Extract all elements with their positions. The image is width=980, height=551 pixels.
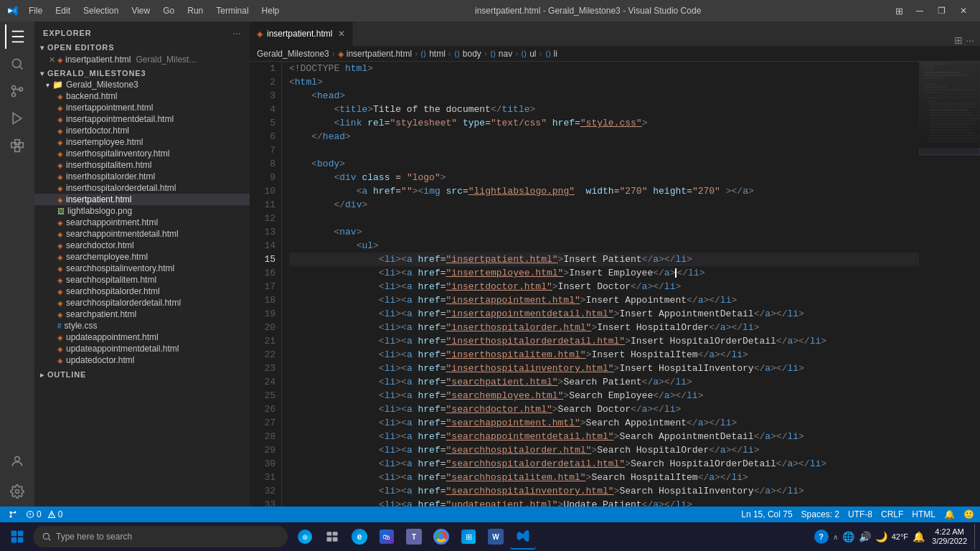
tree-item[interactable]: ◈inserthospitalitem.html — [34, 159, 250, 171]
menu-edit[interactable]: Edit — [50, 4, 76, 17]
code-line: <a href=""><img src="lightlabslogo.png" … — [289, 184, 919, 198]
minimize-button[interactable]: ─ — [910, 4, 929, 18]
tree-item[interactable]: ◈searchappointment.html — [34, 217, 250, 228]
encoding[interactable]: UTF-8 — [848, 509, 872, 519]
menu-view[interactable]: View — [126, 4, 156, 17]
project-folder-header[interactable]: ▾ GERALD_MILESTONE3 — [34, 67, 250, 79]
activity-account[interactable] — [5, 449, 29, 474]
tree-item[interactable]: ◈inserthospitalorderdetail.html — [34, 182, 250, 194]
taskbar-search[interactable]: Type here to search — [33, 526, 288, 547]
tree-item[interactable]: #style.css — [34, 320, 250, 331]
tree-item[interactable]: ◈updateappointmentdetail.html — [34, 343, 250, 354]
tree-item[interactable]: ◈insertdoctor.html — [34, 125, 250, 136]
breadcrumb-file[interactable]: insertpatient.html — [347, 49, 412, 59]
breadcrumb-html[interactable]: html — [429, 49, 446, 59]
activity-search[interactable] — [5, 52, 29, 76]
notification-icon[interactable]: 🔔 — [913, 531, 925, 542]
tree-item[interactable]: ◈insertappointment.html — [34, 102, 250, 113]
tree-item[interactable]: ◈updateappointment.html — [34, 331, 250, 343]
ms-store-icon[interactable]: ⊞ — [456, 524, 481, 550]
activity-git[interactable] — [5, 79, 29, 103]
tree-item[interactable]: ◈searchappointmentdetail.html — [34, 228, 250, 240]
code-line: <li><a href="inserthospitalorderdetail.h… — [289, 334, 919, 348]
cursor-position[interactable]: Ln 15, Col 75 — [741, 509, 792, 519]
breadcrumb-project[interactable]: Gerald_Milestone3 — [257, 49, 329, 59]
tree-item[interactable]: ◈searchhospitalinventory.html — [34, 263, 250, 274]
html-icon: ◈ — [57, 276, 63, 284]
menu-terminal[interactable]: Terminal — [210, 4, 254, 17]
clock[interactable]: 4:22 AM 3/29/2022 — [929, 527, 970, 546]
menu-help[interactable]: Help — [256, 4, 286, 17]
open-editor-item[interactable]: ✕ ◈ insertpatient.html Gerald_Milest... — [34, 53, 250, 66]
vscode-taskbar-icon[interactable] — [510, 524, 536, 550]
code-line: <li><a href="insertappointment.html">Ins… — [289, 293, 919, 307]
tree-item[interactable]: ◈searchhospitalitem.html — [34, 274, 250, 286]
cortana-icon[interactable]: ⊕ — [292, 524, 318, 550]
error-count[interactable]: 0 — [26, 509, 42, 519]
breadcrumb-ul[interactable]: ul — [529, 49, 536, 59]
tree-item[interactable]: ◈inserthospitalorder.html — [34, 171, 250, 182]
html-icon: ◈ — [57, 253, 63, 261]
activity-run[interactable] — [5, 106, 29, 131]
tab-close-icon[interactable]: ✕ — [338, 29, 345, 39]
layout-icon[interactable]: ⊞ — [891, 4, 908, 18]
open-editors-header[interactable]: ▾ OPEN EDITORS — [34, 42, 250, 53]
close-icon[interactable]: ✕ — [49, 55, 55, 65]
show-desktop-button[interactable] — [974, 524, 977, 550]
more-actions-icon[interactable]: ··· — [966, 34, 974, 46]
word-icon[interactable]: W — [483, 524, 509, 550]
show-hidden-icons[interactable]: ∧ — [833, 533, 838, 541]
breadcrumb-nav[interactable]: nav — [499, 49, 512, 59]
code-line: <li><a href="searchemployee.html">Search… — [289, 389, 919, 402]
breadcrumb-icon: ⟨⟩ — [545, 50, 551, 59]
task-view-icon[interactable] — [319, 524, 345, 550]
tree-item[interactable]: ◈searchhospitalorder.html — [34, 286, 250, 297]
menu-selection[interactable]: Selection — [77, 4, 124, 17]
restore-button[interactable]: ❐ — [932, 4, 951, 17]
start-button[interactable] — [3, 522, 32, 551]
help-tray-icon[interactable]: ? — [814, 529, 829, 544]
network-icon[interactable]: 🌐 — [842, 531, 854, 542]
menu-go[interactable]: Go — [157, 4, 180, 17]
store-icon[interactable]: 🛍 — [374, 524, 400, 550]
notifications-icon[interactable]: 🔔 — [944, 509, 955, 519]
code-line: <head> — [289, 89, 919, 103]
activity-settings[interactable] — [5, 479, 29, 504]
edge-icon[interactable]: e — [347, 524, 372, 550]
tree-item[interactable]: 🖼lightlabslogo.png — [34, 205, 250, 217]
indentation[interactable]: Spaces: 2 — [801, 509, 839, 519]
tree-item[interactable]: ◈searchpatient.html — [34, 309, 250, 320]
tree-item[interactable]: ◈inserthospitalinventory.html — [34, 148, 250, 159]
active-tab[interactable]: ◈ insertpatient.html ✕ — [250, 22, 353, 46]
activity-extensions[interactable] — [5, 133, 29, 158]
tree-item-active[interactable]: ◈insertpatient.html — [34, 194, 250, 205]
outline-header[interactable]: ▸ OUTLINE — [34, 369, 250, 380]
tree-subfolder[interactable]: ▾ 📁 Gerald_Milestone3 — [34, 79, 250, 90]
line-ending[interactable]: CRLF — [881, 509, 903, 519]
close-button[interactable]: ✕ — [954, 4, 973, 17]
breadcrumb-li[interactable]: li — [554, 49, 557, 59]
code-editor[interactable]: <!DOCTYPE html> <html> <head> <title>Tit… — [282, 62, 919, 507]
tree-item[interactable]: ◈insertemployee.html — [34, 136, 250, 148]
tree-item[interactable]: ◈searchdoctor.html — [34, 240, 250, 251]
tree-item[interactable]: ◈searchemployee.html — [34, 251, 250, 263]
tree-item[interactable]: ◈searchhospitalorderdetail.html — [34, 297, 250, 309]
menu-run[interactable]: Run — [182, 4, 209, 17]
warning-count[interactable]: 0 — [47, 509, 63, 519]
tree-item[interactable]: ◈insertappointmentdetail.html — [34, 113, 250, 125]
language-mode[interactable]: HTML — [912, 509, 936, 519]
sidebar-more-icon[interactable]: ··· — [232, 27, 241, 39]
split-editor-icon[interactable]: ⊞ — [954, 34, 963, 46]
feedback-icon[interactable]: 🙂 — [963, 509, 974, 519]
menu-file[interactable]: File — [23, 4, 48, 17]
git-branch-icon[interactable] — [6, 510, 20, 519]
activity-explorer[interactable] — [5, 24, 29, 49]
breadcrumb-body[interactable]: body — [463, 49, 481, 59]
svg-rect-57 — [18, 537, 24, 543]
tree-item[interactable]: ◈backend.html — [34, 90, 250, 102]
tree-item[interactable]: ◈updatedoctor.html — [34, 354, 250, 366]
svg-point-53 — [51, 516, 52, 517]
volume-icon[interactable]: 🔊 — [859, 531, 871, 542]
chrome-icon[interactable] — [428, 524, 454, 550]
teams-icon[interactable]: T — [401, 524, 427, 550]
